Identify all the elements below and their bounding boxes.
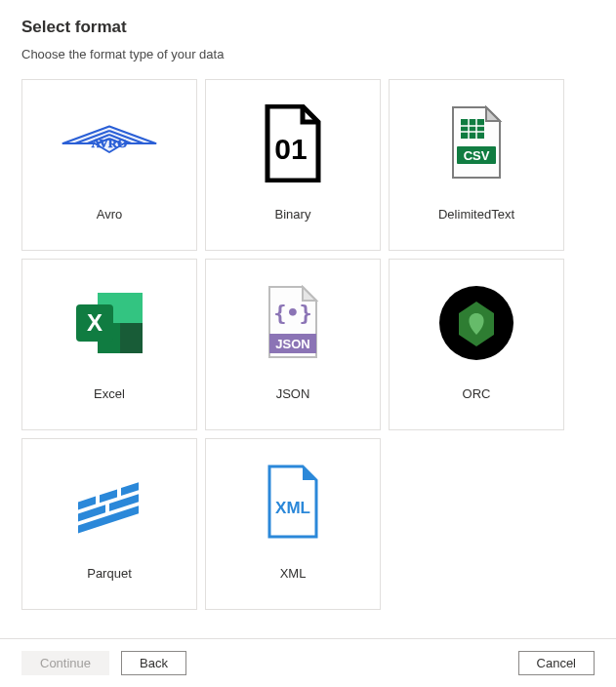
format-card-json[interactable]: {•} JSON JSON: [205, 259, 381, 430]
excel-icon: X: [22, 260, 196, 386]
format-label: XML: [280, 566, 307, 581]
format-label: Binary: [275, 207, 311, 222]
svg-rect-31: [78, 505, 139, 533]
format-label: ORC: [463, 386, 491, 401]
svg-rect-9: [461, 119, 484, 139]
svg-text:CSV: CSV: [464, 148, 490, 163]
binary-icon: 01: [206, 80, 380, 207]
format-label: JSON: [276, 386, 310, 401]
footer: Continue Back Cancel: [0, 638, 616, 687]
format-label: Avro: [97, 207, 123, 222]
format-card-orc[interactable]: ORC: [389, 259, 564, 430]
page-title: Select format: [21, 18, 595, 37]
json-icon: {•} JSON: [206, 260, 380, 386]
continue-button: Continue: [21, 651, 109, 675]
format-grid: AVRO Avro 01 Binary: [21, 79, 595, 610]
format-card-delimitedtext[interactable]: CSV DelimitedText: [389, 79, 564, 251]
parquet-icon: [22, 439, 196, 566]
svg-rect-27: [100, 489, 117, 503]
svg-text:XML: XML: [275, 499, 310, 517]
svg-rect-19: [120, 323, 143, 353]
page-subtitle: Choose the format type of your data: [21, 47, 595, 61]
svg-rect-26: [78, 497, 96, 510]
format-label: Excel: [94, 386, 125, 401]
back-button[interactable]: Back: [121, 651, 186, 675]
xml-icon: XML: [206, 439, 380, 566]
format-label: Parquet: [87, 566, 132, 581]
svg-rect-28: [121, 482, 139, 496]
format-card-parquet[interactable]: Parquet: [21, 438, 197, 610]
format-card-binary[interactable]: 01 Binary: [205, 79, 381, 251]
svg-text:X: X: [87, 309, 103, 336]
svg-text:AVRO: AVRO: [92, 136, 128, 150]
orc-icon: [390, 260, 563, 386]
avro-icon: AVRO: [22, 80, 196, 207]
format-card-avro[interactable]: AVRO Avro: [21, 79, 197, 251]
svg-text:{•}: {•}: [273, 301, 312, 325]
svg-text:01: 01: [274, 133, 307, 165]
format-card-xml[interactable]: XML XML: [205, 438, 381, 610]
csv-icon: CSV: [390, 80, 563, 207]
svg-text:JSON: JSON: [275, 337, 309, 351]
format-label: DelimitedText: [438, 207, 514, 222]
cancel-button[interactable]: Cancel: [518, 651, 595, 675]
format-card-excel[interactable]: X Excel: [21, 259, 197, 430]
